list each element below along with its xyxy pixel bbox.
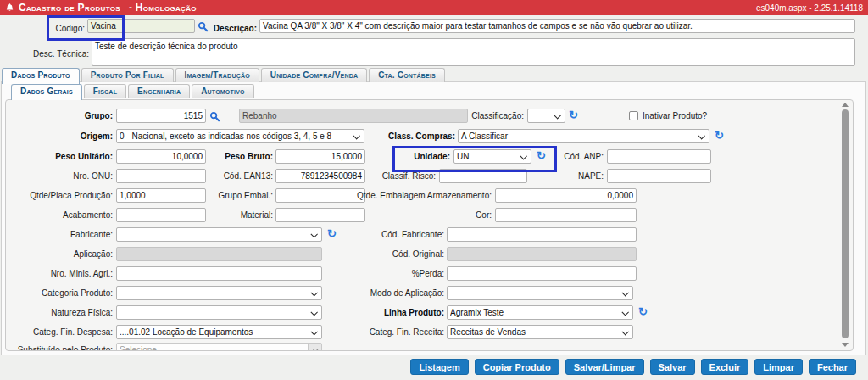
classif-risco-label: Classif. Risco: (382, 169, 436, 183)
title-bar: Cadastro de Produtos - Homologação es040… (0, 0, 868, 15)
footer-button-bar: Listagem Copiar Produto Salvar/Limpar Sa… (410, 359, 856, 375)
codigo-label: Código: (56, 21, 85, 36)
linha-produto-select[interactable]: Agramix Teste (447, 305, 633, 320)
categ-fin-despesa-label: Categ. Fin. Despesa: (33, 325, 113, 339)
fabricante-label: Fabricante: (70, 227, 113, 242)
tab-imagem-traducao[interactable]: Imagem/Tradução (175, 68, 259, 82)
peso-unitario-label: Peso Unitário: (55, 149, 113, 164)
refresh-icon[interactable]: ↻ (569, 109, 578, 122)
perda-label: %Perda: (412, 266, 444, 281)
categoria-produto-select[interactable] (116, 286, 322, 300)
cor-label: Cor: (476, 208, 492, 222)
inativar-produto-label: Inativar Produto? (643, 109, 707, 123)
class-compras-select[interactable]: A Classificar (458, 129, 709, 143)
cod-original-label: Cód. Original: (392, 247, 444, 261)
salvar-limpar-button[interactable]: Salvar/Limpar (565, 359, 644, 375)
codigo-input[interactable]: Vacina (87, 19, 195, 33)
copiar-produto-button[interactable]: Copiar Produto (475, 359, 559, 375)
unidade-select[interactable]: UN (453, 149, 531, 164)
peso-bruto-input[interactable]: 15,0000 (275, 149, 365, 164)
nro-onu-label: Nro. ONU: (73, 169, 113, 183)
nape-input[interactable] (607, 169, 711, 183)
vertical-scrollbar[interactable] (842, 109, 849, 338)
peso-unitario-input[interactable]: 10,0000 (116, 149, 206, 164)
grupo-embal-label: Grupo Embal.: (219, 188, 273, 203)
natureza-fisica-select[interactable] (116, 305, 322, 320)
material-input[interactable] (275, 208, 365, 222)
tab-automotivo[interactable]: Automotivo (192, 84, 253, 98)
qtde-embalagem-input[interactable]: 0,0000 (495, 188, 637, 203)
classif-risco-input[interactable] (439, 169, 527, 183)
aplicacao-label: Aplicação: (74, 247, 113, 261)
peso-bruto-label: Peso Bruto: (225, 149, 273, 164)
desc-tecnica-label: Desc. Técnica: (33, 47, 89, 61)
natureza-fisica-label: Natureza Física: (51, 305, 113, 320)
material-label: Material: (241, 208, 273, 222)
aplicacao-field (116, 247, 322, 261)
origem-label: Origem: (81, 129, 113, 143)
grupo-embal-input[interactable] (275, 188, 365, 203)
cod-anp-input[interactable] (607, 149, 711, 164)
perda-input[interactable] (447, 266, 637, 281)
cod-anp-label: Cód. ANP: (564, 149, 604, 164)
grupo-name-field: Rebanho (239, 109, 468, 123)
nro-minis-agri-input[interactable] (116, 266, 322, 281)
refresh-icon[interactable]: ↻ (537, 149, 546, 163)
descricao-label: Descrição: (214, 21, 257, 36)
nro-minis-agri-label: Nro. Minis. Agri.: (51, 266, 113, 281)
categ-fin-receita-label: Categ. Fin. Receita: (370, 325, 444, 339)
tab-cta-contabeis[interactable]: Cta. Contábeis (369, 68, 445, 82)
refresh-icon[interactable]: ↻ (638, 305, 648, 319)
nro-onu-input[interactable] (116, 169, 206, 183)
tab-dados-gerais[interactable]: Dados Gerais (11, 84, 82, 100)
grupo-code-input[interactable]: 1515 (116, 109, 206, 123)
categoria-produto-label: Categoria Produto: (42, 286, 113, 300)
listagem-button[interactable]: Listagem (410, 359, 468, 375)
cod-fabricante-input[interactable] (447, 227, 637, 242)
modo-aplicacao-label: Modo de Aplicação: (370, 286, 444, 300)
fabricante-select[interactable] (116, 227, 322, 242)
dados-gerais-panel: Grupo: 1515 Rebanho Classificação: ↻ Ina… (5, 99, 854, 351)
linha-produto-label: Linha Produto: (384, 305, 444, 320)
salvar-button[interactable]: Salvar (650, 359, 695, 375)
qtde-embalagem-label: Qtde. Embalagem Armazenamento: (357, 188, 492, 203)
qtde-placa-label: Qtde/Placa Produção: (30, 188, 113, 203)
environment-badge: - Homologação (129, 2, 197, 14)
descricao-input[interactable]: Vacina QA 3/8" X 3/8" X 4" com descrição… (259, 19, 855, 33)
modo-aplicacao-select[interactable] (447, 286, 633, 300)
scrollbar-up-arrow[interactable] (842, 103, 849, 107)
tab-produto-por-filial[interactable]: Produto Por Filial (81, 68, 174, 82)
page-version: es040m.aspx - 2.25.1.14118 (756, 3, 863, 13)
fechar-button[interactable]: Fechar (809, 359, 856, 375)
cod-original-field (447, 247, 637, 261)
tab-unidade-compra-venda[interactable]: Unidade Compra/Venda (261, 68, 367, 82)
desc-tecnica-textarea[interactable]: Teste de descrição técnica do produto (92, 38, 855, 66)
excluir-button[interactable]: Excluir (701, 359, 749, 375)
page-title: Cadastro de Produtos (19, 2, 120, 14)
acabamento-input[interactable] (116, 208, 206, 222)
inativar-produto-checkbox[interactable] (629, 111, 638, 120)
tab-fiscal[interactable]: Fiscal (84, 84, 126, 98)
categ-fin-despesa-select[interactable]: ....01.02 Locação de Equipamentos (116, 325, 322, 339)
sub-tab-bar: Dados Gerais Fiscal Engenharia Automotiv… (11, 84, 254, 100)
refresh-icon[interactable]: ↻ (327, 227, 337, 241)
scrollbar-down-arrow[interactable] (842, 343, 849, 347)
categ-fin-receita-select[interactable]: Receitas de Vendas (447, 325, 633, 339)
classificacao-select[interactable] (527, 109, 565, 123)
refresh-icon[interactable]: ↻ (715, 129, 724, 142)
cor-input[interactable] (495, 208, 637, 222)
grupo-label: Grupo: (85, 109, 113, 123)
classificacao-label: Classificação: (471, 109, 524, 123)
substituido-label: Substituído pelo Produto: (18, 343, 113, 351)
limpar-button[interactable]: Limpar (754, 359, 803, 375)
search-icon[interactable] (198, 20, 209, 36)
cod-ean13-label: Cód. EAN13: (224, 169, 273, 183)
search-icon[interactable] (209, 110, 220, 126)
qtde-placa-input[interactable]: 1,0000 (116, 188, 206, 203)
tab-engenharia[interactable]: Engenharia (128, 84, 190, 98)
origem-select[interactable]: 0 - Nacional, exceto as indicadas nos có… (116, 129, 364, 143)
cod-ean13-input[interactable]: 7891234500984 (275, 169, 365, 183)
chevron-down-icon[interactable] (308, 344, 321, 351)
tab-dados-produto[interactable]: Dados Produto (2, 68, 80, 84)
substituido-select[interactable]: Selecione... (116, 343, 322, 351)
